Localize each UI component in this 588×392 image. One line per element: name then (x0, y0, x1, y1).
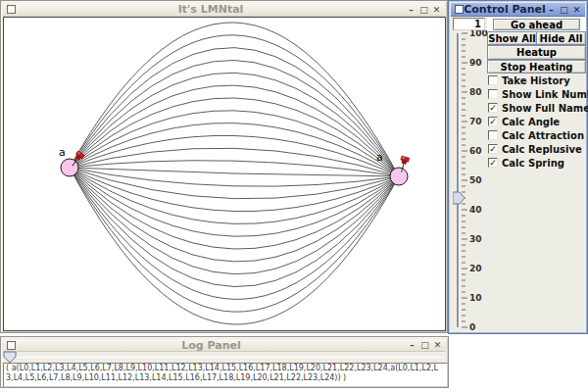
maximize-icon[interactable]: □ (418, 4, 429, 16)
graph-link (70, 168, 399, 236)
checkbox-label: Calc Replusive (502, 144, 582, 155)
control-panel-controls: – □ ✕ (546, 4, 582, 16)
checkbox-label: Calc Angle (502, 117, 560, 127)
checkbox[interactable] (488, 130, 498, 140)
maximize-icon[interactable]: □ (419, 339, 430, 351)
checkbox[interactable] (488, 75, 498, 85)
slider-tick-label: 0 (469, 322, 475, 332)
slider-tick-label: 10 (469, 293, 482, 303)
graph-link (70, 168, 399, 212)
log-panel-controls: – □ ✕ (407, 339, 443, 351)
graph-link (70, 148, 399, 176)
checkbox-row: ✓Calc Angle (488, 115, 586, 128)
slider-tick-label: 70 (469, 117, 482, 126)
go-ahead-button[interactable]: Go ahead (493, 19, 580, 30)
log-text-area[interactable]: ( a(L0,L1,L2,L3,L4,L5,L6,L7,L8,L9,L10,L1… (3, 363, 448, 387)
minimize-icon[interactable]: – (407, 339, 417, 351)
checkbox-row: ✓Show Full Name (488, 101, 586, 115)
slider-thumb[interactable] (453, 192, 465, 204)
step-count-field[interactable]: 1 (453, 18, 485, 30)
main-window-titlebar[interactable]: It's LMNtal – □ ✕ (3, 3, 445, 17)
slider-tick-label: 30 (469, 234, 482, 244)
window-icon[interactable] (7, 341, 16, 350)
heatup-button[interactable]: Heatup (487, 45, 586, 60)
main-window-title: It's LMNtal (16, 3, 406, 16)
slider-tick-label: 100 (469, 30, 488, 38)
maximize-icon[interactable]: □ (559, 4, 569, 16)
slider-tick-label: 60 (469, 146, 482, 156)
log-history-slider-track[interactable] (4, 357, 445, 358)
slider-tick-label: 50 (469, 175, 482, 185)
checkbox[interactable]: ✓ (488, 117, 498, 126)
log-panel-title: Log Panel (16, 339, 407, 352)
graph-link (70, 168, 399, 176)
checkbox[interactable] (488, 89, 498, 99)
checkbox[interactable]: ✓ (488, 103, 498, 113)
checkbox-label: Calc Spring (502, 158, 564, 169)
main-window-controls: – □ ✕ (406, 4, 442, 16)
main-window: It's LMNtal – □ ✕ aa (0, 0, 448, 333)
checkbox[interactable]: ✓ (488, 158, 498, 168)
minimize-icon[interactable]: – (546, 4, 557, 16)
checkbox-label: Take History (502, 75, 570, 86)
checkbox[interactable]: ✓ (488, 144, 498, 154)
temperature-slider[interactable]: 0102030405060708090100 (453, 30, 488, 336)
close-icon[interactable]: ✕ (431, 4, 442, 16)
slider-tick-label: 20 (469, 264, 482, 273)
checkbox-row: ✓Calc Spring (488, 156, 586, 170)
checkbox-label: Show Full Name (502, 103, 588, 114)
node-label: a (376, 151, 383, 164)
graph-canvas[interactable]: aa (3, 17, 446, 331)
stop-heating-button[interactable]: Stop Heating (487, 60, 586, 74)
hide-all-button[interactable]: Hide All (536, 31, 586, 45)
desktop: It's LMNtal – □ ✕ aa Control Panel – □ ✕… (0, 0, 588, 392)
close-icon[interactable]: ✕ (432, 339, 443, 351)
checkbox-label: Show Link Number (502, 89, 588, 100)
close-icon[interactable]: ✕ (571, 4, 582, 16)
control-panel-window: Control Panel – □ ✕ 1 010203040506070809… (448, 0, 588, 334)
graph-link (70, 135, 399, 176)
show-all-button[interactable]: Show All (487, 31, 537, 45)
graph-node-right[interactable] (390, 168, 408, 185)
checkbox-row: Take History (488, 74, 586, 87)
slider-tick-label: 90 (469, 58, 482, 68)
log-panel-titlebar[interactable]: Log Panel – □ ✕ (3, 339, 446, 352)
slider-tick-label: 80 (469, 87, 482, 97)
graph-link (70, 168, 399, 186)
log-panel-window: Log Panel – □ ✕ ( a(L0,L1,L2,L3,L4,L5,L6… (0, 336, 449, 388)
checkbox-row: ✓Calc Replusive (488, 142, 586, 156)
checkbox-label: Calc Attraction (502, 130, 584, 141)
checkbox-row: Calc Attraction (488, 128, 586, 142)
cp-checkbox-list: Take HistoryShow Link Number✓Show Full N… (488, 74, 586, 170)
node-label: a (59, 146, 66, 159)
window-icon[interactable] (455, 5, 464, 14)
graph-svg: aa (4, 18, 445, 330)
minimize-icon[interactable]: – (406, 4, 416, 16)
graph-link (70, 111, 399, 176)
checkbox-row: Show Link Number (488, 87, 586, 101)
window-icon[interactable] (7, 5, 16, 14)
control-panel-titlebar[interactable]: Control Panel – □ ✕ (451, 3, 585, 17)
slider-tick-label: 40 (469, 205, 482, 215)
control-panel-title: Control Panel (464, 3, 546, 16)
graph-link (70, 168, 399, 199)
